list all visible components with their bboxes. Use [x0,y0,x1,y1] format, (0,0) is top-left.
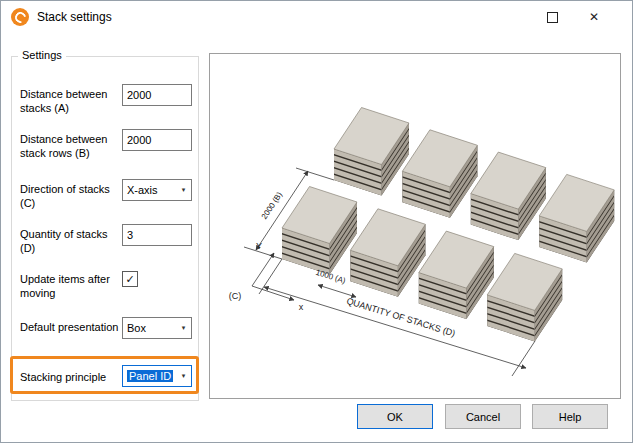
close-button[interactable]: ✕ [580,5,608,29]
axis-origin-label: (C) [229,291,242,301]
row-stacking-principle: Stacking principle Panel ID ▾ [20,365,196,401]
row-distance-between-stack-rows: Distance between stack rows (B) [20,129,196,165]
field-label: Quantity of stacks (D) [20,227,120,255]
ok-button[interactable]: OK [357,404,433,429]
field-label: Stacking principle [20,370,120,384]
row-default-presentation: Default presentation Box ▾ [20,317,196,353]
dim-row-spacing-label: 2000 (B) [260,190,285,221]
distance-between-stack-rows-input[interactable] [122,129,192,151]
maximize-icon [547,12,558,23]
field-label: Default presentation [20,320,120,334]
direction-of-stacks-select[interactable]: X-axis ▾ [122,179,192,201]
selected-value: Panel ID [127,370,173,382]
help-button[interactable]: Help [532,404,608,429]
cancel-button[interactable]: Cancel [445,404,521,429]
close-icon: ✕ [589,10,599,24]
field-label: Update items after moving [20,272,120,300]
chevron-down-icon: ▾ [176,186,191,194]
axis-x-label: x [299,302,304,312]
chevron-down-icon: ▾ [176,372,191,380]
stacking-principle-select[interactable]: Panel ID ▾ [122,365,192,387]
window-title: Stack settings [37,10,112,24]
update-items-checkbox[interactable]: ✓ [122,271,138,287]
field-label: Distance between stack rows (B) [20,132,120,160]
field-label: Direction of stacks (C) [20,182,120,210]
row-quantity-of-stacks: Quantity of stacks (D) [20,224,196,260]
preview-panel: QUANTITY OF STACKS (D) 2000 (B) 1000 (A)… [209,53,621,399]
row-distance-between-stacks: Distance between stacks (A) [20,84,196,120]
window-controls: ✕ [538,5,608,29]
stack-settings-dialog: Stack settings ✕ Settings Distance betwe… [0,0,633,443]
stacks-graphic [282,108,614,342]
field-label: Distance between stacks (A) [20,87,120,115]
selected-value: Box [123,322,176,334]
check-icon: ✓ [125,274,134,285]
maximize-button[interactable] [538,5,566,29]
quantity-of-stacks-input[interactable] [122,224,192,246]
selected-value: X-axis [123,184,176,196]
default-presentation-select[interactable]: Box ▾ [122,317,192,339]
stack-preview-illustration: QUANTITY OF STACKS (D) 2000 (B) 1000 (A)… [210,54,620,398]
row-update-items: Update items after moving ✓ [20,269,196,305]
axis-y-label: Y [256,241,262,251]
title-bar: Stack settings ✕ [1,1,632,33]
row-direction-of-stacks: Direction of stacks (C) X-axis ▾ [20,179,196,215]
settings-group-label: Settings [18,49,66,61]
app-logo-icon [11,8,29,26]
chevron-down-icon: ▾ [176,324,191,332]
distance-between-stacks-input[interactable] [122,84,192,106]
settings-group: Settings Distance between stacks (A) Dis… [11,56,199,401]
